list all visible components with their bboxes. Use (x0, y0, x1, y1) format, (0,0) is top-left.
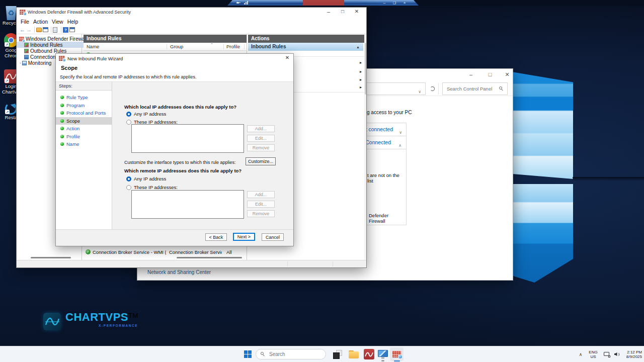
help-icon[interactable] (63, 27, 69, 33)
step-program[interactable]: Program (56, 102, 112, 110)
local-any-ip-radio[interactable]: Any IP address (126, 111, 166, 117)
menu-file[interactable]: File (19, 18, 31, 25)
menu-action[interactable]: Action (31, 18, 50, 25)
start-button[interactable] (242, 346, 254, 362)
actions-vscrollbar-thumb[interactable] (365, 43, 366, 95)
expand-chevron-icon[interactable]: › (20, 61, 21, 65)
column-divider[interactable] (167, 44, 167, 49)
window-icon[interactable] (43, 27, 49, 33)
step-profile[interactable]: Profile (56, 133, 112, 141)
taskbar-app-file-explorer[interactable] (347, 346, 360, 362)
rdp-connection-bar[interactable] (227, 0, 419, 6)
taskbar-search-input[interactable] (266, 351, 320, 357)
customize-button[interactable]: Customize... (246, 157, 276, 165)
forward-icon[interactable]: → (26, 27, 33, 33)
cp-close-button[interactable]: ✕ (500, 71, 515, 78)
rule-group-cell: Connection Broker Service (169, 249, 222, 255)
column-header-profile[interactable]: Profile (226, 44, 240, 49)
remote-add-button[interactable]: Add... (247, 191, 275, 198)
list-hscrollbar-thumb[interactable] (177, 257, 242, 258)
properties-window-icon[interactable] (69, 27, 76, 33)
fw-close-button[interactable]: ✕ (351, 9, 363, 14)
taskbar-search[interactable] (256, 346, 326, 362)
remote-these-ip-radio[interactable]: These IP addresses: (126, 185, 178, 190)
submenu-arrow-icon[interactable] (360, 60, 362, 65)
step-name[interactable]: Name (56, 140, 112, 148)
cp-maximize-button[interactable]: □ (482, 71, 498, 77)
tray-clock[interactable]: 2:12 PM 8/9/2025 (622, 346, 642, 362)
remote-edit-button[interactable]: Edit... (247, 201, 275, 208)
actions-vscrollbar-track[interactable] (364, 34, 366, 260)
tray-show-hidden-icons[interactable] (576, 346, 586, 362)
expand-chevron-icon[interactable] (399, 127, 402, 136)
step-rule-type[interactable]: Rule Type (56, 94, 112, 102)
radio-unselected-icon[interactable] (126, 185, 131, 190)
rdp-minimize-button[interactable] (381, 0, 388, 6)
taskbar-app-monitor[interactable] (376, 346, 389, 362)
back-icon[interactable]: ← (20, 27, 26, 33)
remote-remove-button[interactable]: Remove (247, 210, 275, 217)
chartvps-logo-icon (43, 313, 61, 330)
menu-view[interactable]: View (50, 18, 65, 25)
pin-icon[interactable] (236, 2, 240, 4)
export-list-icon[interactable] (53, 27, 59, 33)
radio-selected-icon[interactable] (126, 176, 131, 182)
tree-item-inbound-rules[interactable]: Inbound Rules (17, 42, 90, 48)
rule-row-connection-broker[interactable]: Connection Broker Service - WMI (DCO... … (84, 249, 247, 256)
step-bullet-icon (60, 96, 64, 99)
cp-minimize-button[interactable]: – (463, 71, 478, 77)
fw-minimize-button[interactable]: – (323, 9, 335, 15)
radio-selected-icon[interactable] (126, 112, 131, 117)
step-action[interactable]: Action (56, 125, 112, 133)
tree-item-root[interactable]: Windows Defender Firewall witl (17, 36, 85, 42)
tray-network[interactable] (602, 346, 611, 362)
address-dropdown-chevron-icon[interactable] (418, 86, 421, 95)
taskbar-app-desktops[interactable] (331, 346, 344, 362)
local-remove-button[interactable]: Remove (247, 144, 275, 151)
tray-volume[interactable] (612, 346, 621, 362)
rdp-restore-button[interactable] (391, 0, 398, 6)
remote-ip-list-box[interactable] (131, 190, 244, 219)
cp-search-input[interactable] (443, 85, 499, 92)
wizard-title-bar[interactable]: New Inbound Rule Wizard ✕ (56, 54, 293, 63)
taskbar-app-firewall-active[interactable] (390, 347, 404, 361)
chartvps-brand-text: CHARTVPS (65, 311, 128, 323)
collapse-chevron-icon[interactable] (398, 140, 401, 149)
local-ip-list-box[interactable] (131, 124, 244, 153)
next-button[interactable]: Next > (233, 233, 255, 241)
submenu-arrow-icon[interactable] (360, 77, 362, 82)
refresh-icon[interactable] (430, 86, 435, 91)
fw-maximize-button[interactable]: □ (337, 9, 349, 14)
back-button[interactable]: < Back (205, 233, 227, 241)
step-bullet-icon (60, 127, 64, 130)
local-edit-button[interactable]: Edit... (247, 135, 275, 142)
clock-time: 2:12 PM (622, 350, 642, 354)
column-header-group[interactable]: Group (170, 44, 183, 49)
step-scope-active[interactable]: Scope (56, 117, 112, 125)
submenu-arrow-icon[interactable] (360, 69, 362, 74)
step-protocol-and-ports[interactable]: Protocol and Ports (56, 109, 112, 117)
column-divider[interactable] (244, 44, 245, 49)
collapse-arrow-icon[interactable]: ▲ (356, 43, 360, 51)
tray-language-indicator[interactable]: ENGUS (587, 346, 600, 362)
submenu-arrow-icon[interactable] (360, 85, 362, 89)
column-header-name[interactable]: Name (87, 44, 99, 49)
fw-toolbar: ← → (17, 26, 366, 34)
cancel-button[interactable]: Cancel (262, 233, 284, 241)
radio-unselected-icon[interactable] (126, 120, 131, 125)
local-add-button[interactable]: Add... (247, 125, 275, 132)
actions-group-inbound-rules[interactable]: Inbound Rules ▲ (248, 43, 363, 51)
column-divider[interactable] (223, 44, 224, 49)
fw-title-bar[interactable]: Windows Defender Firewall with Advanced … (17, 8, 366, 17)
network-sharing-center-link[interactable]: Network and Sharing Center (147, 269, 211, 275)
tree-hscrollbar-thumb[interactable] (31, 257, 71, 258)
cp-search-box[interactable] (442, 82, 508, 95)
search-icon[interactable] (499, 86, 504, 92)
remote-any-ip-radio[interactable]: Any IP address (126, 176, 166, 182)
fw-menu-bar: File Action View Help (17, 17, 366, 26)
show-tree-icon[interactable] (36, 27, 43, 33)
rdp-close-button[interactable] (401, 0, 408, 6)
taskbar-app-chartvps[interactable] (362, 346, 375, 362)
wizard-close-button[interactable]: ✕ (282, 55, 292, 60)
menu-help[interactable]: Help (65, 18, 80, 25)
